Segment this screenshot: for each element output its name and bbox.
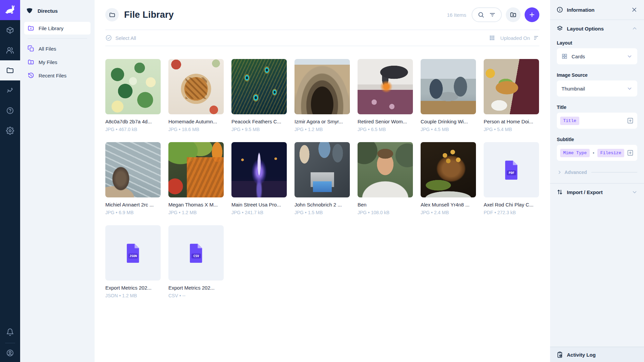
file-card[interactable]: John Schnobrich 2 ... JPG • 1.5 MB: [294, 142, 350, 215]
file-name: Couple Drinking Wi...: [421, 119, 476, 124]
file-card[interactable]: JSON Export Metrics 202... JSON • 1.2 MB: [105, 225, 161, 298]
title-chip[interactable]: Title: [560, 117, 579, 125]
folder-plus-icon: [510, 11, 517, 18]
file-card[interactable]: Michiel Annaert 2rc ... JPG • 6.9 MB: [105, 142, 161, 215]
file-card[interactable]: Person at Home Doi... JPG • 5.4 MB: [484, 59, 539, 132]
layout-select[interactable]: Cards: [557, 48, 637, 64]
new-folder-button[interactable]: [506, 7, 521, 22]
import-export-icon: [556, 189, 563, 195]
file-thumbnail: [105, 142, 161, 197]
close-icon: [631, 6, 638, 13]
add-field-icon[interactable]: [627, 149, 634, 157]
file-card[interactable]: Homemade Autumn... JPG • 18.6 MB: [168, 59, 224, 132]
file-thumbnail: [294, 59, 350, 114]
module-content[interactable]: [0, 20, 20, 40]
grid-layout-toggle[interactable]: [489, 35, 495, 41]
title-folder-button[interactable]: [105, 8, 119, 21]
add-field-icon[interactable]: [627, 117, 634, 124]
file-meta: JPG • 1.2 MB: [294, 127, 350, 132]
sidebar-item-file-library[interactable]: File Library: [24, 22, 91, 35]
account-button[interactable]: [0, 344, 20, 362]
file-meta: JPG • 467.0 kB: [105, 127, 161, 132]
file-card[interactable]: Main Street Usa Pro... JPG • 241.7 kB: [231, 142, 287, 215]
filesize-chip[interactable]: Filesize: [597, 149, 624, 157]
file-meta: JSON • 1.2 MB: [105, 293, 161, 298]
search-filter-pill[interactable]: [472, 7, 502, 22]
file-name: Megan Thomas X M...: [168, 202, 224, 207]
file-thumbnail: [231, 142, 287, 197]
file-meta: JPG • 6.9 MB: [105, 210, 161, 215]
directus-logo[interactable]: [0, 0, 20, 20]
file-name: A8c0a7db 2b7a 4d...: [105, 119, 161, 124]
file-thumbnail: JSON: [105, 225, 161, 281]
file-name: Homemade Autumn...: [168, 119, 224, 124]
file-name: Peacock Feathers C...: [231, 119, 287, 124]
sidebar-item-label: Recent Files: [39, 73, 66, 78]
folder-icon: [6, 66, 14, 74]
image-source-field-label: Image Source: [557, 72, 637, 78]
file-card[interactable]: Ben JPG • 108.0 kB: [358, 142, 413, 215]
module-divider: [5, 343, 15, 343]
activity-log-label: Activity Log: [567, 352, 596, 358]
advanced-rule: [591, 172, 637, 173]
file-thumbnail: [168, 59, 224, 114]
close-sidebar-button[interactable]: [631, 6, 638, 13]
file-meta: PDF • 272.3 kB: [484, 210, 539, 215]
file-thumbnail: [105, 59, 161, 114]
select-all-button[interactable]: Select All: [105, 35, 136, 41]
title-template-field[interactable]: Title: [557, 113, 637, 129]
module-insights[interactable]: [0, 80, 20, 101]
import-export-accordion[interactable]: Import / Export: [550, 184, 644, 200]
module-files[interactable]: [0, 60, 20, 80]
json-file-icon: JSON: [122, 242, 144, 264]
sort-field-button[interactable]: Uploaded On: [500, 35, 530, 41]
advanced-toggle[interactable]: Advanced: [557, 170, 637, 175]
plus-icon: [529, 11, 535, 18]
file-name: Axel Rod Chi Play C...: [484, 202, 539, 207]
svg-text:PDF: PDF: [508, 171, 514, 175]
copy-icon: [28, 45, 34, 52]
subtitle-template-field[interactable]: Mime Type • Filesize: [557, 145, 637, 161]
project-name: Directus: [38, 8, 58, 14]
sort-direction-button[interactable]: [533, 35, 539, 41]
notifications-button[interactable]: [0, 322, 20, 342]
activity-log-button[interactable]: Activity Log: [550, 347, 644, 362]
file-card[interactable]: A8c0a7db 2b7a 4d... JPG • 467.0 kB: [105, 59, 161, 132]
module-help[interactable]: [0, 101, 20, 121]
file-card[interactable]: Peacock Feathers C... JPG • 9.5 MB: [231, 59, 287, 132]
file-card[interactable]: Megan Thomas X M... JPG • 1.2 MB: [168, 142, 224, 215]
subtitle-field-label: Subtitle: [557, 137, 637, 142]
module-users[interactable]: [0, 40, 20, 60]
file-meta: JPG • 6.5 MB: [358, 127, 413, 132]
directus-app: Directus File Library All Files My Files…: [0, 0, 644, 362]
filter-icon[interactable]: [489, 11, 496, 18]
sidebar-item-my-files[interactable]: My Files: [24, 56, 91, 68]
add-file-button[interactable]: [525, 7, 539, 22]
sidebar-item-recent-files[interactable]: Recent Files: [24, 69, 91, 82]
sidebar-item-all-files[interactable]: All Files: [24, 42, 91, 55]
info-title: Information: [567, 7, 627, 13]
search-icon[interactable]: [478, 11, 484, 18]
file-card[interactable]: Couple Drinking Wi... JPG • 4.5 MB: [421, 59, 476, 132]
folder-icon: [109, 12, 115, 18]
history-icon: [28, 72, 34, 79]
layout-options-accordion[interactable]: Layout Options: [550, 20, 644, 37]
info-header: Information: [550, 0, 644, 20]
layout-options-body: Layout Cards Image Source Thumbnail Titl…: [550, 37, 644, 183]
file-thumbnail: [421, 142, 476, 197]
file-card[interactable]: Alex Munsell Yr4n8 ... JPG • 2.4 MB: [421, 142, 476, 215]
file-card[interactable]: PDF Axel Rod Chi Play C... PDF • 272.3 k…: [484, 142, 539, 215]
module-settings[interactable]: [0, 121, 20, 141]
layers-icon: [556, 25, 563, 32]
image-source-select[interactable]: Thumbnail: [557, 80, 637, 97]
project-header[interactable]: Directus: [20, 0, 95, 21]
file-name: Export Metrics 202...: [168, 285, 224, 291]
file-meta: JPG • 18.6 MB: [168, 127, 224, 132]
mime-type-chip[interactable]: Mime Type: [560, 149, 590, 157]
file-meta: JPG • 4.5 MB: [421, 127, 476, 132]
file-card[interactable]: Retired Senior Wom... JPG • 6.5 MB: [358, 59, 413, 132]
check-circle-icon: [105, 35, 112, 41]
file-card[interactable]: CSV Export Metrics 202... CSV • --: [168, 225, 224, 298]
chip-separator: •: [593, 150, 594, 156]
file-card[interactable]: Izmir Agora or Smyr... JPG • 1.2 MB: [294, 59, 350, 132]
